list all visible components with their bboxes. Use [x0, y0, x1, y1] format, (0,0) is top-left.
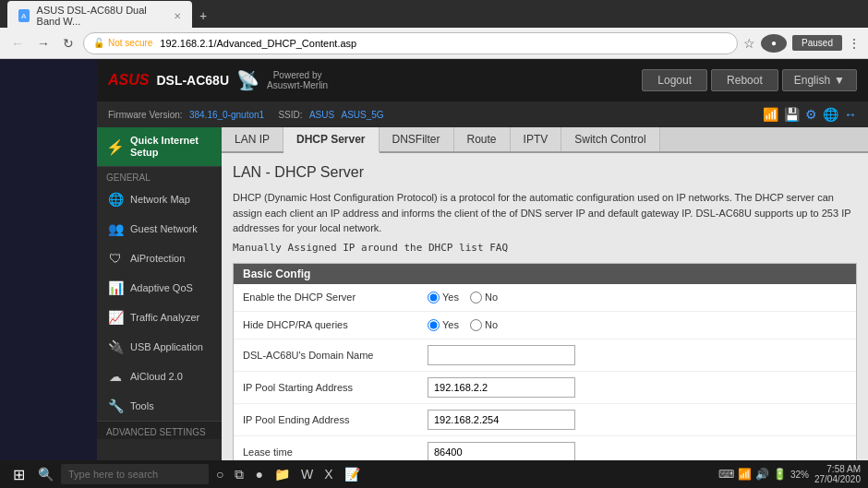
security-icon: 🔓	[93, 38, 104, 48]
tab-title: ASUS DSL-AC68U Dual Band W...	[37, 5, 166, 27]
logout-button[interactable]: Logout	[642, 69, 707, 91]
sidebar-item-adaptive-qos[interactable]: 📊 Adaptive QoS	[97, 273, 222, 303]
bookmark-button[interactable]: ☆	[743, 36, 755, 51]
asus-brand: ASUS	[108, 72, 149, 89]
taskbar-folder-icon[interactable]: 📁	[271, 465, 294, 483]
sidebar-item-guest-network[interactable]: 👥 Guest Network	[97, 214, 222, 244]
refresh-button[interactable]: ↻	[59, 34, 78, 53]
enable-dhcp-no[interactable]: No	[470, 292, 498, 304]
ip-end-control	[428, 410, 847, 430]
sidebar-item-aiprotection[interactable]: 🛡 AiProtection	[97, 244, 222, 273]
sidebar-item-aicloud[interactable]: ☁ AiCloud 2.0	[97, 362, 222, 391]
sidebar-item-traffic-analyzer[interactable]: 📈 Traffic Analyzer	[97, 303, 222, 332]
usb-application-icon: 🔌	[106, 338, 125, 356]
lease-time-input[interactable]	[428, 442, 575, 461]
router-ui: ASUS DSL-AC68U 📡 Powered by Asuswrt-Merl…	[97, 59, 868, 460]
new-tab-button[interactable]: +	[192, 5, 214, 27]
taskbar-search-input[interactable]	[61, 464, 209, 484]
reboot-button[interactable]: Reboot	[711, 69, 778, 91]
dropdown-arrow-icon: ▼	[834, 74, 845, 87]
aicloud-label: AiCloud 2.0	[130, 371, 183, 382]
hide-dhcp-yes-radio[interactable]	[428, 319, 440, 331]
description-text: DHCP (Dynamic Host Configuration Protoco…	[233, 190, 857, 236]
adaptive-qos-icon: 📊	[106, 279, 125, 297]
taskbar-task-view-icon[interactable]: ⧉	[231, 465, 247, 484]
tab-iptv[interactable]: IPTV	[511, 127, 562, 151]
basic-config-section: Basic Config Enable the DHCP Server Yes	[233, 263, 857, 461]
forward-button[interactable]: →	[33, 34, 54, 53]
sidebar-item-tools[interactable]: 🔧 Tools	[97, 391, 222, 421]
address-bar[interactable]: 🔓 Not secure 192.168.2.1/Advanced_DHCP_C…	[83, 32, 738, 54]
form-row-hide-dhcp: Hide DHCP/RA queries Yes No	[234, 312, 856, 339]
sidebar-item-usb-application[interactable]: 🔌 USB Application	[97, 332, 222, 362]
domain-name-label: DSL-AC68U's Domain Name	[243, 350, 428, 361]
domain-name-input[interactable]	[428, 345, 575, 365]
basic-config-title: Basic Config	[234, 264, 856, 284]
traffic-analyzer-label: Traffic Analyzer	[130, 312, 199, 323]
page-title: LAN - DHCP Server	[233, 164, 857, 181]
internet-icon: 🌐	[823, 107, 838, 122]
tools-label: Tools	[130, 400, 154, 411]
form-row-ip-end: IP Pool Ending Address	[234, 404, 856, 436]
firmware-version-link[interactable]: 384.16_0-gnuton1	[189, 110, 264, 120]
guest-network-label: Guest Network	[130, 223, 198, 234]
hide-dhcp-yes[interactable]: Yes	[428, 319, 459, 331]
domain-name-control	[428, 345, 847, 365]
taskbar-word-icon[interactable]: W	[297, 465, 317, 483]
sidebar: ⚡ Quick InternetSetup General 🌐 Network …	[97, 127, 222, 460]
ssid-2-link[interactable]: ASUS_5G	[342, 110, 384, 120]
guest-network-icon: 👥	[106, 220, 125, 238]
ssid-1-link[interactable]: ASUS	[309, 110, 334, 120]
taskbar: ⊞ 🔍 ○ ⧉ ● 📁 W X 📝 ⌨ 📶 🔊 🔋 32% 7:58 AM 27…	[0, 460, 868, 488]
enable-dhcp-label: Enable the DHCP Server	[243, 292, 428, 303]
aiprotection-label: AiProtection	[130, 253, 185, 264]
enable-dhcp-yes[interactable]: Yes	[428, 292, 459, 304]
tab-dhcp-server[interactable]: DHCP Server	[283, 127, 379, 153]
enable-dhcp-no-radio[interactable]	[470, 292, 482, 304]
advanced-settings-section-label: Advanced Settings	[97, 421, 222, 439]
taskbar-chrome-icon[interactable]: ●	[251, 465, 266, 483]
active-tab[interactable]: A ASUS DSL-AC68U Dual Band W... ✕	[7, 1, 192, 30]
content-area: LAN IP DHCP Server DNSFilter Route IPTV …	[222, 127, 868, 460]
language-selector[interactable]: English ▼	[782, 69, 857, 91]
tab-route[interactable]: Route	[454, 127, 511, 151]
network-tray-icon: 📶	[738, 468, 752, 481]
ip-pool-start-input[interactable]	[428, 377, 575, 398]
router-logo: ASUS DSL-AC68U 📡 Powered by Asuswrt-Merl…	[108, 69, 328, 91]
quick-internet-setup-button[interactable]: ⚡ Quick InternetSetup	[97, 127, 222, 166]
system-tray-icons: ⌨ 📶 🔊 🔋 32%	[718, 468, 809, 481]
form-row-enable-dhcp: Enable the DHCP Server Yes No	[234, 284, 856, 312]
hide-dhcp-no[interactable]: No	[470, 319, 498, 331]
tab-close-button[interactable]: ✕	[174, 11, 181, 21]
enable-dhcp-control: Yes No	[428, 292, 847, 304]
taskbar-clock: 7:58 AM 27/04/2020	[814, 464, 861, 484]
keyboard-icon: ⌨	[718, 468, 734, 481]
profile-avatar[interactable]: ●	[761, 34, 787, 53]
status-icons: 📶 💾 ⚙ 🌐 ↔	[763, 107, 857, 122]
time-display: 7:58 AM	[814, 464, 861, 474]
sidebar-item-network-map[interactable]: 🌐 Network Map	[97, 184, 222, 214]
ip-pool-end-input[interactable]	[428, 410, 575, 430]
hide-dhcp-no-radio[interactable]	[470, 319, 482, 331]
browser-menu-button[interactable]: ⋮	[848, 36, 861, 51]
start-button[interactable]: ⊞	[7, 464, 30, 485]
hide-dhcp-label: Hide DHCP/RA queries	[243, 319, 428, 330]
ssid-prefix: SSID:	[278, 110, 302, 120]
taskbar-app3-icon[interactable]: 📝	[341, 465, 364, 483]
taskbar-cortana-icon[interactable]: ○	[212, 465, 227, 483]
taskbar-excel-icon[interactable]: X	[320, 465, 336, 483]
enable-dhcp-yes-radio[interactable]	[428, 292, 440, 304]
hide-dhcp-control: Yes No	[428, 319, 847, 331]
language-label: English	[794, 74, 830, 87]
wifi-icon: 📶	[763, 107, 778, 122]
paused-button[interactable]: Paused	[792, 35, 842, 51]
tab-dnsfilter[interactable]: DNSFilter	[380, 127, 454, 151]
tab-lan-ip[interactable]: LAN IP	[222, 127, 283, 151]
back-button[interactable]: ←	[7, 34, 28, 53]
volume-icon: 🔊	[755, 468, 769, 481]
date-display: 27/04/2020	[814, 474, 861, 484]
tab-switch-control[interactable]: Switch Control	[561, 127, 659, 151]
router-model: DSL-AC68U	[156, 73, 229, 88]
lease-time-control	[428, 442, 847, 461]
network-map-icon: 🌐	[106, 190, 125, 208]
